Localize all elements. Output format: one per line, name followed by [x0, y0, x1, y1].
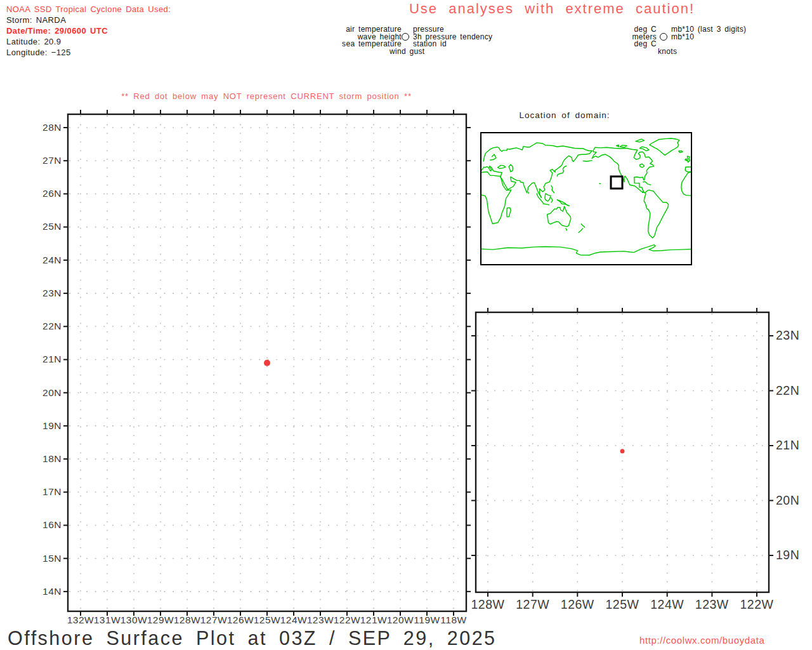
longitude-label: Longitude: −125 — [6, 47, 171, 58]
domain-extent-marker — [611, 176, 622, 189]
lat-tick-label: 22N — [776, 383, 812, 399]
domain-map-title: Location of domain: — [482, 110, 647, 120]
data-source-label: NOAA SSD Tropical Cyclone Data Used: — [6, 4, 171, 15]
station-legend-units-right: mb*10 (last 3 digits) mb*10 — [671, 26, 746, 41]
storm-name-label: Storm: NARDA — [6, 15, 171, 25]
lon-tick-label: 120W — [386, 614, 415, 627]
domain-world-map — [480, 132, 692, 265]
lon-tick-label: 121W — [359, 614, 388, 627]
lon-tick-label: 130W — [119, 614, 148, 627]
lon-tick-label: 124W — [645, 597, 690, 613]
lat-tick-label: 24N — [25, 254, 62, 267]
lat-tick-label: 27N — [25, 154, 62, 167]
storm-position-dot — [620, 449, 625, 453]
lon-tick-label: 125W — [252, 614, 282, 627]
station-legend-left-labels: air temperature wave height sea temperat… — [275, 26, 402, 48]
legend-label: station id — [413, 41, 492, 48]
main-plot — [60, 107, 474, 621]
lat-tick-label: 26N — [25, 187, 62, 200]
lat-tick-label: 19N — [776, 547, 812, 563]
lon-tick-label: 124W — [279, 614, 308, 627]
lat-tick-label: 17N — [25, 486, 62, 498]
coastline-path — [481, 138, 691, 255]
station-circle-icon — [660, 33, 667, 41]
storm-position-warning: ** Red dot below may NOT represent CURRE… — [89, 91, 444, 101]
lon-tick-label: 129W — [146, 614, 175, 627]
lat-tick-label: 21N — [25, 353, 62, 366]
lon-tick-label: 126W — [554, 597, 600, 613]
legend-unit-label: mb*10 — [671, 34, 746, 41]
world-coastlines — [481, 133, 691, 264]
lon-tick-label: 132W — [66, 614, 95, 627]
lat-tick-label: 16N — [25, 519, 62, 531]
lon-tick-label: 118W — [439, 614, 468, 627]
lat-tick-label: 28N — [25, 121, 62, 134]
lat-tick-label: 23N — [25, 287, 62, 300]
lat-tick-label: 14N — [25, 585, 62, 598]
storm-position-dot — [264, 360, 270, 366]
lat-tick-label: 22N — [25, 320, 62, 333]
plot-title: Offshore Surface Plot at 03Z / SEP 29, 2… — [8, 628, 497, 648]
lat-tick-label: 20N — [776, 493, 812, 508]
station-circle-icon — [402, 33, 409, 41]
lat-tick-label: 20N — [25, 387, 62, 399]
lon-tick-label: 123W — [689, 597, 735, 613]
lat-tick-label: 21N — [776, 437, 812, 453]
caution-heading: Use analyses with extreme caution! — [374, 1, 730, 17]
buoydata-link[interactable]: http://coolwx.com/buoydata — [639, 635, 764, 646]
lon-tick-label: 127W — [199, 614, 228, 627]
legend-wind-gust-label: wind gust — [390, 48, 424, 56]
station-legend-right-labels: pressure 3h pressure tendency station id — [413, 26, 492, 48]
station-legend-units-left: deg C meters deg C — [593, 26, 657, 48]
legend-label: sea temperature — [275, 41, 402, 48]
lat-tick-label: 15N — [25, 552, 62, 565]
lon-tick-label: 125W — [599, 597, 645, 613]
lat-tick-label: 25N — [25, 220, 62, 233]
lon-tick-label: 126W — [226, 614, 255, 627]
lon-tick-label: 131W — [93, 614, 122, 627]
latitude-label: Latitude: 20.9 — [6, 36, 171, 47]
datetime-label: Date/Time: 29/0600 UTC — [6, 25, 171, 36]
lon-tick-label: 127W — [510, 597, 556, 613]
lat-tick-label: 19N — [25, 420, 62, 432]
inset-plot — [468, 305, 776, 602]
legend-knots-label: knots — [658, 48, 677, 56]
lat-tick-label: 23N — [776, 328, 812, 343]
storm-info-block: NOAA SSD Tropical Cyclone Data Used: Sto… — [6, 4, 171, 58]
lon-tick-label: 123W — [306, 614, 335, 627]
lon-tick-label: 119W — [412, 614, 442, 627]
legend-unit-label: deg C — [593, 41, 657, 48]
lat-tick-label: 18N — [25, 453, 62, 465]
offshore-surface-plot-page: NOAA SSD Tropical Cyclone Data Used: Sto… — [0, 0, 812, 650]
lon-tick-label: 122W — [332, 614, 362, 627]
lon-tick-label: 128W — [173, 614, 202, 627]
lon-tick-label: 128W — [465, 597, 511, 613]
lon-tick-label: 122W — [734, 597, 780, 613]
